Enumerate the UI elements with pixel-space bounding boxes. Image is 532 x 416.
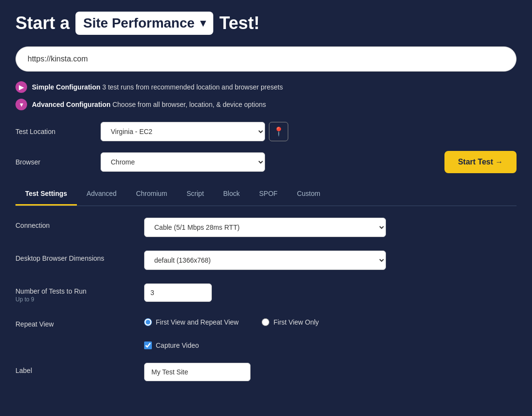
tabs-container: Test Settings Advanced Chromium Script B… (15, 183, 517, 206)
desktop-dimensions-select[interactable]: default (1366x768) 1024x768 1920x1080 25… (144, 251, 386, 270)
capture-video-spacer (15, 342, 136, 345)
capture-video-row: Capture Video (15, 342, 517, 349)
advanced-config-text: Advanced Configuration Choose from all b… (32, 101, 266, 108)
tab-script[interactable]: Script (177, 183, 214, 206)
radio-first-and-repeat[interactable] (144, 318, 152, 326)
number-of-tests-row: Number of Tests to Run Up to 9 (15, 283, 517, 303)
repeat-view-row: Repeat View First View and Repeat View F… (15, 316, 517, 328)
simple-config-text: Simple Configuration 3 test runs from re… (32, 83, 283, 91)
header-suffix: Test! (219, 13, 259, 33)
tab-block[interactable]: Block (214, 183, 250, 206)
browser-row: Browser Chrome Firefox Safari Edge Start… (15, 151, 517, 173)
label-input[interactable] (144, 363, 251, 381)
repeat-view-first-only[interactable]: First View Only (262, 318, 319, 326)
label-row: Label (15, 363, 517, 381)
radio-first-only[interactable] (262, 318, 269, 326)
repeat-view-first-and-repeat[interactable]: First View and Repeat View (144, 318, 238, 326)
advanced-config-icon: ▾ (15, 99, 27, 110)
tab-advanced[interactable]: Advanced (77, 183, 126, 206)
config-options: ▶ Simple Configuration 3 test runs from … (15, 81, 517, 110)
capture-video-checkbox[interactable] (144, 342, 152, 349)
location-pin-icon: 📍 (273, 126, 284, 137)
browser-left: Browser Chrome Firefox Safari Edge (15, 152, 265, 172)
test-location-wrapper: Virginia - EC2 California - EC2 London -… (101, 122, 288, 141)
test-type-label: Site Performance (83, 15, 194, 31)
connection-label: Connection (15, 218, 136, 229)
connection-select[interactable]: Cable (5/1 Mbps 28ms RTT) DSL (1.5/0.384… (144, 218, 386, 237)
browser-label: Browser (15, 158, 93, 166)
advanced-config-option[interactable]: ▾ Advanced Configuration Choose from all… (15, 99, 517, 110)
tab-custom[interactable]: Custom (287, 183, 330, 206)
test-location-row: Test Location Virginia - EC2 California … (15, 122, 517, 141)
connection-row: Connection Cable (5/1 Mbps 28ms RTT) DSL… (15, 218, 517, 237)
label-field-label: Label (15, 363, 136, 374)
location-pin-button[interactable]: 📍 (269, 122, 288, 141)
test-type-dropdown[interactable]: Site Performance ▾ (75, 12, 213, 35)
url-input[interactable] (15, 46, 517, 72)
tab-chromium[interactable]: Chromium (126, 183, 177, 206)
header-prefix: Start a (15, 13, 70, 33)
number-of-tests-input[interactable] (144, 283, 212, 302)
tab-test-settings[interactable]: Test Settings (15, 183, 77, 206)
desktop-dimensions-row: Desktop Browser Dimensions default (1366… (15, 251, 517, 270)
tab-content: Connection Cable (5/1 Mbps 28ms RTT) DSL… (15, 206, 517, 406)
number-of-tests-label: Number of Tests to Run Up to 9 (15, 283, 136, 303)
page-header: Start a Site Performance ▾ Test! (15, 12, 517, 35)
capture-video-option[interactable]: Capture Video (144, 342, 199, 349)
start-test-button[interactable]: Start Test → (444, 151, 517, 173)
desktop-dimensions-label: Desktop Browser Dimensions (15, 251, 136, 262)
page-container: Start a Site Performance ▾ Test! ▶ Simpl… (0, 0, 532, 416)
test-location-select[interactable]: Virginia - EC2 California - EC2 London -… (101, 122, 265, 141)
simple-config-icon: ▶ (15, 81, 27, 93)
repeat-view-label: Repeat View (15, 316, 136, 328)
tabs: Test Settings Advanced Chromium Script B… (15, 183, 517, 206)
url-input-container (15, 46, 517, 72)
test-location-label: Test Location (15, 128, 93, 135)
tab-spof[interactable]: SPOF (250, 183, 287, 206)
repeat-view-options: First View and Repeat View First View On… (144, 316, 319, 326)
chevron-down-icon: ▾ (200, 17, 206, 30)
simple-config-option[interactable]: ▶ Simple Configuration 3 test runs from … (15, 81, 517, 93)
browser-select[interactable]: Chrome Firefox Safari Edge (101, 152, 265, 172)
